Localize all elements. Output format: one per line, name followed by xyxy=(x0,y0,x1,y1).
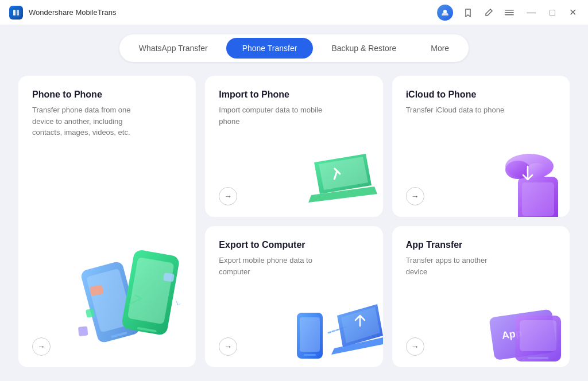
profile-icon[interactable] xyxy=(437,5,453,21)
svg-rect-6 xyxy=(505,14,514,15)
title-bar-left: Wondershare MobileTrans xyxy=(9,6,116,20)
tab-more[interactable]: More xyxy=(415,38,465,59)
app-title: Wondershare MobileTrans xyxy=(29,8,116,17)
card-phone-to-phone-title: Phone to Phone xyxy=(32,90,182,100)
svg-rect-16 xyxy=(86,309,95,318)
card-app-arrow[interactable]: → xyxy=(406,337,424,356)
card-icloud-to-phone[interactable]: iCloud to Phone Transfer iCloud data to … xyxy=(392,76,570,217)
tab-backup[interactable]: Backup & Restore xyxy=(315,38,412,59)
maximize-button[interactable]: □ xyxy=(547,6,558,19)
card-icloud-desc: Transfer iCloud data to phone xyxy=(406,104,511,116)
svg-rect-24 xyxy=(300,317,320,352)
main-content: Phone to Phone Transfer phone data from … xyxy=(0,62,588,381)
card-import-to-phone[interactable]: Import to Phone Import computer data to … xyxy=(205,76,382,217)
svg-rect-1 xyxy=(13,10,16,15)
menu-icon[interactable] xyxy=(504,7,515,18)
nav-bar: WhatsApp Transfer Phone Transfer Backup … xyxy=(0,25,588,62)
svg-point-22 xyxy=(527,163,547,179)
laptop-illustration xyxy=(305,148,380,211)
svg-rect-0 xyxy=(11,8,21,17)
edit-icon[interactable] xyxy=(483,7,494,18)
svg-rect-2 xyxy=(17,10,19,15)
card-app-transfer[interactable]: App Transfer Transfer apps to another de… xyxy=(392,226,570,367)
cloud-illustration xyxy=(486,148,567,211)
card-phone-to-phone[interactable]: Phone to Phone Transfer phone data from … xyxy=(18,76,196,367)
card-export-arrow[interactable]: → xyxy=(219,337,237,356)
card-export-to-computer[interactable]: Export to Computer Export mobile phone d… xyxy=(205,226,382,367)
tab-phone[interactable]: Phone Transfer xyxy=(226,38,314,59)
svg-rect-15 xyxy=(78,326,88,336)
card-app-title: App Transfer xyxy=(406,240,556,250)
nav-tabs: WhatsApp Transfer Phone Transfer Backup … xyxy=(119,34,469,62)
tab-whatsapp[interactable]: WhatsApp Transfer xyxy=(123,38,224,59)
card-export-desc: Export mobile phone data to computer xyxy=(219,255,324,277)
close-button[interactable]: ✕ xyxy=(567,6,579,19)
svg-rect-29 xyxy=(520,320,556,351)
card-phone-to-phone-arrow[interactable]: → xyxy=(32,337,51,356)
title-bar-right: — □ ✕ xyxy=(437,5,579,21)
svg-rect-18 xyxy=(522,182,554,216)
card-phone-to-phone-desc: Transfer phone data from one device to a… xyxy=(32,104,137,138)
export-illustration xyxy=(294,298,383,364)
card-export-title: Export to Computer xyxy=(219,240,369,250)
card-icloud-arrow[interactable]: → xyxy=(406,187,424,205)
phones-illustration xyxy=(75,241,190,356)
card-import-desc: Import computer data to mobile phone xyxy=(219,104,324,127)
card-import-arrow[interactable]: → xyxy=(219,187,237,205)
svg-rect-14 xyxy=(163,273,175,282)
app-icon xyxy=(9,6,23,20)
title-bar: Wondershare MobileTrans — □ xyxy=(0,0,588,25)
card-import-title: Import to Phone xyxy=(219,90,369,100)
svg-rect-30 xyxy=(528,357,548,359)
card-app-desc: Transfer apps to another device xyxy=(406,255,511,277)
card-icloud-title: iCloud to Phone xyxy=(406,90,556,100)
app-illustration: App xyxy=(481,301,570,364)
svg-rect-25 xyxy=(304,354,316,356)
bookmark-icon[interactable] xyxy=(462,7,474,18)
minimize-button[interactable]: — xyxy=(524,6,538,19)
svg-rect-5 xyxy=(505,12,514,13)
svg-rect-4 xyxy=(505,10,514,11)
